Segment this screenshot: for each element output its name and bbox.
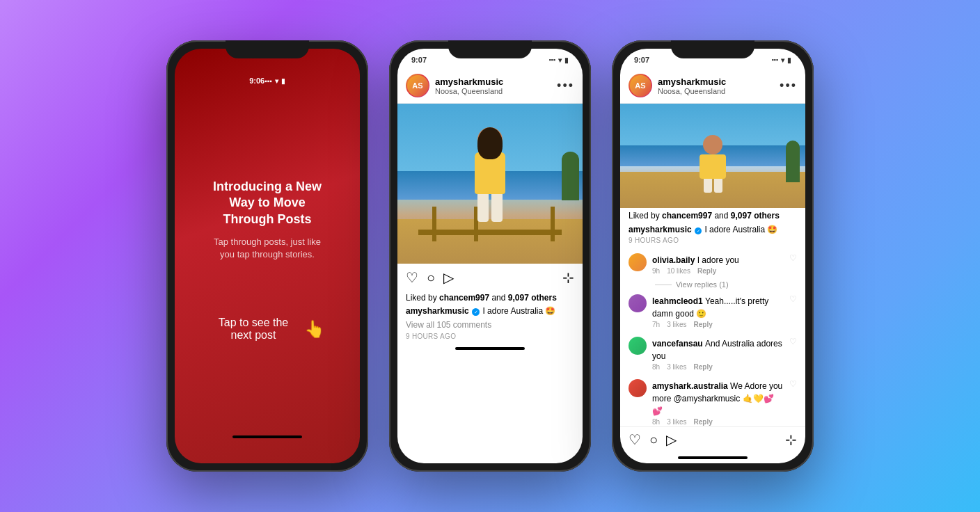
comment-time-4: 8h	[652, 418, 660, 426]
header-user-info-2: amysharkmusic Noosa, Queensland	[435, 77, 503, 95]
comment-likes-3: 3 likes	[667, 363, 686, 371]
status-icons-2: ▪▪▪ ▾ ▮	[548, 56, 569, 64]
leg-left	[477, 194, 489, 222]
comment-heart-4[interactable]: ♡	[789, 379, 797, 389]
more-button-2[interactable]: •••	[557, 79, 574, 93]
share-button-3[interactable]: ▷	[666, 431, 677, 448]
tap-cta: Tap to see the next post 👆	[210, 317, 325, 342]
status-icons-1: ▪▪▪ ▾ ▮	[264, 77, 285, 85]
more-button-3[interactable]: •••	[780, 79, 797, 93]
comment-likes-1: 10 likes	[667, 267, 690, 275]
post-header-2: AS amysharkmusic Noosa, Queensland •••	[397, 68, 583, 104]
comment-username-2: leahmcleod1	[652, 296, 705, 306]
post-caption-2: amysharkmusic ✓ I adore Australia 🤩	[397, 304, 583, 319]
comment-1: olivia.baily I adore you 9h 10 likes Rep…	[620, 249, 805, 279]
caption-username-3: amysharkmusic	[629, 225, 692, 234]
tap-cta-label: Tap to see the next post	[210, 317, 297, 342]
username-3: amysharkmusic	[658, 77, 726, 87]
comment-time-2: 7h	[652, 321, 660, 328]
person-head	[477, 127, 503, 152]
post-actions-3: ♡ ○ ▷ ⊹	[620, 426, 805, 452]
time-1: 9:06	[249, 77, 264, 85]
bookmark-button-3[interactable]: ⊹	[785, 431, 797, 448]
verified-badge-2: ✓	[472, 308, 480, 316]
battery-icon-2: ▮	[564, 56, 569, 64]
comment-likes-4: 3 likes	[667, 418, 686, 426]
post-time-3: 9 HOURS AGO	[620, 236, 805, 246]
comment-reply-1[interactable]: Reply	[697, 267, 716, 275]
comment-username-4: amyshark.australia	[652, 381, 730, 391]
intro-title: Introducing a New Way to Move Through Po…	[210, 179, 325, 227]
post-image-3	[620, 104, 805, 208]
comment-button-2[interactable]: ○	[427, 270, 435, 286]
screen-1: 9:06 ▪▪▪ ▾ ▮ Introducing a New Way to Mo…	[175, 49, 360, 463]
home-indicator-2	[455, 347, 525, 350]
comment-button-3[interactable]: ○	[649, 432, 658, 448]
comment-avatar-3	[629, 337, 647, 355]
signal-icon: ▪▪▪	[264, 77, 272, 85]
home-indicator-3	[678, 456, 748, 459]
signal-icon-2: ▪▪▪	[548, 56, 555, 63]
notch-1	[226, 40, 309, 58]
liked-by-3: Liked by chancem997 and 9,097 others	[620, 208, 805, 223]
avatar-inner-2: AS	[407, 75, 429, 97]
notch-2	[448, 40, 532, 58]
status-icons-3: ▪▪▪ ▾ ▮	[771, 56, 791, 64]
view-replies-1[interactable]: View replies (1)	[620, 279, 805, 290]
fence-post-1	[432, 207, 436, 241]
signal-icon-3: ▪▪▪	[771, 56, 778, 63]
username-2: amysharkmusic	[435, 77, 503, 87]
comment-content-3: vancefansau And Australia adores you 8h …	[652, 337, 784, 371]
person-hair	[477, 127, 503, 159]
comment-meta-4: 8h 3 likes Reply	[652, 418, 784, 426]
post-likes-2: Liked by chancem997 and 9,097 others	[397, 291, 583, 304]
comment-heart-2[interactable]: ♡	[789, 294, 797, 304]
comment-reply-2[interactable]: Reply	[693, 321, 712, 328]
notch-3	[671, 40, 754, 58]
comment-meta-1: 9h 10 likes Reply	[652, 267, 784, 275]
comment-meta-2: 7h 3 likes Reply	[652, 321, 784, 328]
comment-2: leahmcleod1 Yeah.....it's pretty damn go…	[620, 290, 805, 333]
share-button-2[interactable]: ▷	[443, 269, 454, 286]
comment-likes-2: 3 likes	[667, 321, 686, 328]
time-2: 9:07	[411, 56, 427, 64]
post-actions-2: ♡ ○ ▷ ⊹	[397, 264, 583, 291]
caption-text-3: I adore Australia 🤩	[704, 225, 777, 234]
comment-meta-3: 8h 3 likes Reply	[652, 363, 784, 371]
caption-username-2: amysharkmusic	[406, 306, 469, 316]
phone-2: 9:07 ▪▪▪ ▾ ▮ AS amysharkmusic Noosa, Que…	[389, 40, 591, 472]
comment-time-1: 9h	[652, 267, 660, 275]
phone-1: 9:06 ▪▪▪ ▾ ▮ Introducing a New Way to Mo…	[166, 40, 368, 472]
location-3: Noosa, Queensland	[658, 87, 726, 95]
comment-text-1: I adore you	[697, 255, 739, 265]
comment-content-4: amyshark.australia We Adore you more @am…	[652, 379, 784, 426]
comment-heart-3[interactable]: ♡	[789, 337, 797, 346]
comment-time-3: 8h	[652, 363, 660, 371]
comment-reply-4[interactable]: Reply	[693, 418, 712, 426]
bookmark-button-2[interactable]: ⊹	[562, 269, 574, 286]
screen-3: 9:07 ▪▪▪ ▾ ▮ AS amysharkmusic Noosa, Que…	[620, 49, 805, 463]
status-bar-1: 9:06 ▪▪▪ ▾ ▮	[235, 70, 299, 89]
like-button-3[interactable]: ♡	[629, 431, 641, 448]
battery-icon: ▮	[281, 77, 285, 85]
comment-content-1: olivia.baily I adore you 9h 10 likes Rep…	[652, 253, 784, 275]
location-2: Noosa, Queensland	[435, 87, 503, 95]
view-comments-2[interactable]: View all 105 comments	[397, 319, 583, 331]
screen-2: 9:07 ▪▪▪ ▾ ▮ AS amysharkmusic Noosa, Que…	[397, 49, 583, 463]
beach-scene-2	[397, 104, 583, 264]
phone-3: 9:07 ▪▪▪ ▾ ▮ AS amysharkmusic Noosa, Que…	[612, 40, 814, 472]
tap-hand-icon: 👆	[304, 319, 325, 339]
like-button-2[interactable]: ♡	[406, 269, 418, 286]
comment-reply-3[interactable]: Reply	[693, 363, 712, 371]
caption-text-2: I adore Australia 🤩	[482, 306, 555, 316]
fence-post-3	[551, 207, 555, 241]
post-caption-3: amysharkmusic ✓ I adore Australia 🤩	[620, 223, 805, 236]
plant-3	[786, 141, 800, 182]
avatar-2: AS	[406, 74, 429, 97]
comment-heart-1[interactable]: ♡	[789, 253, 797, 263]
wifi-icon-2: ▾	[558, 56, 562, 64]
person-3	[700, 135, 726, 193]
comment-3: vancefansau And Australia adores you 8h …	[620, 333, 805, 375]
person-legs	[466, 194, 514, 222]
comment-username-1: olivia.baily	[652, 255, 697, 265]
